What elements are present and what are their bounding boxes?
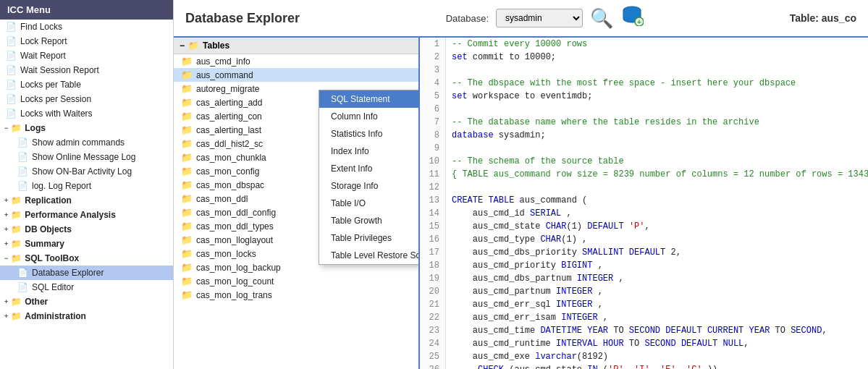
doc-icon-sql-editor: 📄 [17, 282, 28, 292]
context-menu-item-table-growth[interactable]: Table Growth [319, 212, 420, 229]
tree-item-cas_mon_log_count[interactable]: 📁 cas_mon_log_count [174, 274, 418, 288]
database-select[interactable]: sysadmin [496, 9, 583, 27]
doc-icon-locks-per-session: 📄 [6, 94, 17, 104]
line-content [446, 181, 452, 194]
tree-item-cas_mon_log_trans[interactable]: 📁 cas_mon_log_trans [174, 288, 418, 302]
line-content: aus_cmd_time DATETIME YEAR TO SECOND DEF… [446, 324, 827, 337]
tree-item-label: cas_mon_ddl [196, 194, 248, 204]
line-number: 15 [420, 220, 446, 233]
sidebar-item-show-online-message-log[interactable]: 📄 Show Online Message Log [0, 150, 173, 164]
tree-folder-icon: 📁 [181, 248, 193, 259]
context-menu-item-table-level-restore-script[interactable]: Table Level Restore Script [319, 247, 420, 264]
sidebar: ICC Menu 📄 Find Locks 📄 Lock Report 📄 Wa… [0, 0, 174, 369]
code-line-14: 14 aus_cmd_id SERIAL , [420, 207, 868, 220]
code-line-22: 22 aus_cmd_err_isam INTEGER , [420, 311, 868, 324]
line-content: aus_cmd_dbs_partnum INTEGER , [446, 272, 624, 285]
sidebar-item-other[interactable]: + 📁 Other [0, 294, 173, 309]
sidebar-item-log-log-report[interactable]: 📄 log. Log Report [0, 179, 173, 193]
line-number: 20 [420, 285, 446, 298]
line-content: database sysadmin; [446, 129, 546, 142]
code-line-17: 17 aus_cmd_dbs_priority SMALLINT DEFAULT… [420, 246, 868, 259]
context-menu-item-table-io[interactable]: Table I/O [319, 195, 420, 212]
line-content: -- Commit every 10000 rows [446, 38, 587, 51]
tree-item-aus_cmd_info[interactable]: 📁 aus_cmd_info [174, 54, 418, 68]
line-number: 9 [420, 142, 446, 155]
tree-item-label: cas_mon_log_count [196, 276, 274, 287]
tree-item-label: aus_cmd_info [196, 56, 250, 67]
line-content: aus_cmd_err_isam INTEGER , [446, 311, 608, 324]
context-menu-item-statistics-info[interactable]: Statistics Info [319, 125, 420, 143]
tree-folder-icon: 📁 [181, 179, 193, 190]
line-content: aus_cmd_id SERIAL , [446, 207, 572, 220]
context-menu-item-table-privileges[interactable]: Table Privileges [319, 229, 420, 247]
sidebar-item-find-locks[interactable]: 📄 Find Locks [0, 20, 173, 34]
folder-icon-db-objects: 📁 [11, 224, 22, 234]
search-button[interactable]: 🔍 [590, 7, 613, 30]
sidebar-item-lock-report[interactable]: 📄 Lock Report [0, 34, 173, 48]
line-content: -- The schema of the source table [446, 155, 624, 168]
db-add-button[interactable]: + [620, 6, 644, 30]
code-line-21: 21 aus_cmd_err_sql INTEGER , [420, 298, 868, 311]
tree-folder-icon: 📁 [181, 83, 193, 94]
line-number: 17 [420, 246, 446, 259]
line-number: 10 [420, 155, 446, 168]
sidebar-item-sql-editor[interactable]: 📄 SQL Editor [0, 280, 173, 294]
sidebar-item-database-explorer[interactable]: 📄 Database Explorer [0, 266, 173, 280]
line-number: 1 [420, 38, 446, 51]
sidebar-item-show-on-bar-activity-log[interactable]: 📄 Show ON-Bar Activity Log [0, 164, 173, 179]
context-menu-item-extent-info[interactable]: Extent Info [319, 160, 420, 177]
sidebar-item-administration[interactable]: + 📁 Administration [0, 309, 173, 323]
folder-icon-administration: 📁 [11, 311, 22, 321]
code-line-4: 4-- The dbspace with the most free space… [420, 77, 868, 90]
tree-folder-icon: 📁 [181, 276, 193, 287]
code-line-13: 13CREATE TABLE aus_command ( [420, 194, 868, 207]
code-line-12: 12 [420, 181, 868, 194]
tree-folder-icon: 📁 [181, 262, 193, 273]
sidebar-item-sql-toolbox[interactable]: − 📁 SQL ToolBox [0, 251, 173, 266]
tree-collapse-icon[interactable]: − [180, 41, 185, 51]
folder-expand-icon: + [4, 240, 8, 247]
sidebar-item-logs[interactable]: − 📁 Logs [0, 121, 173, 135]
sidebar-label-sql-editor: SQL Editor [32, 282, 74, 292]
folder-expand-icon: + [4, 313, 8, 320]
folder-icon-other: 📁 [11, 297, 22, 307]
sidebar-item-replication[interactable]: + 📁 Replication [0, 193, 173, 208]
line-content: aus_cmd_runtime INTERVAL HOUR TO SECOND … [446, 337, 749, 350]
tree-item-aus_command[interactable]: 📁 aus_command [174, 68, 418, 82]
sidebar-item-wait-report[interactable]: 📄 Wait Report [0, 48, 173, 63]
folder-expand-icon: + [4, 197, 8, 204]
sidebar-item-performance-analysis[interactable]: + 📁 Performance Analysis [0, 208, 173, 222]
db-add-icon: + [620, 6, 644, 26]
sidebar-label-database-explorer: Database Explorer [32, 268, 104, 278]
sidebar-label-performance-analysis: Performance Analysis [25, 210, 116, 220]
sidebar-item-locks-per-session[interactable]: 📄 Locks per Session [0, 92, 173, 106]
code-line-11: 11{ TABLE aus_command row size = 8239 nu… [420, 168, 868, 181]
line-content: ,CHECK (aus_cmd_state IN ('P' ,'I' ,'E' … [446, 363, 717, 369]
context-menu-item-storage-info[interactable]: Storage Info [319, 177, 420, 195]
context-menu-item-sql-statement[interactable]: SQL Statement [319, 90, 420, 108]
line-content: aus_cmd_exe lvarchar(8192) [446, 350, 608, 363]
tree-folder-icon: 📁 [181, 234, 193, 245]
tree-item-label: cas_mon_ddl_types [196, 221, 274, 232]
code-line-15: 15 aus_cmd_state CHAR(1) DEFAULT 'P', [420, 220, 868, 233]
line-content [446, 103, 452, 116]
sidebar-item-show-admin-commands[interactable]: 📄 Show admin commands [0, 135, 173, 150]
context-menu-item-column-info[interactable]: Column Info [319, 108, 420, 125]
sidebar-item-wait-session-report[interactable]: 📄 Wait Session Report [0, 63, 173, 77]
tree-item-label: cas_mon_dbspac [196, 180, 264, 190]
tree-item-label: cas_mon_ddl_config [196, 208, 276, 218]
sidebar-item-summary[interactable]: + 📁 Summary [0, 237, 173, 251]
line-content: set commit to 10000; [446, 51, 556, 64]
sidebar-item-locks-per-table[interactable]: 📄 Locks per Table [0, 77, 173, 92]
line-content [446, 64, 452, 77]
context-menu-item-index-info[interactable]: Index Info [319, 143, 420, 160]
sidebar-label-lock-report: Lock Report [20, 36, 67, 46]
sidebar-item-locks-with-waiters[interactable]: 📄 Locks with Waiters [0, 106, 173, 121]
line-number: 7 [420, 116, 446, 129]
doc-icon-show-admin-commands: 📄 [17, 137, 28, 148]
doc-icon-wait-report: 📄 [6, 51, 17, 61]
line-content: aus_cmd_err_sql INTEGER , [446, 298, 603, 311]
page-title: Database Explorer [185, 11, 300, 26]
tree-item-label: cas_mon_chunkla [196, 153, 266, 163]
sidebar-item-db-objects[interactable]: + 📁 DB Objects [0, 222, 173, 237]
